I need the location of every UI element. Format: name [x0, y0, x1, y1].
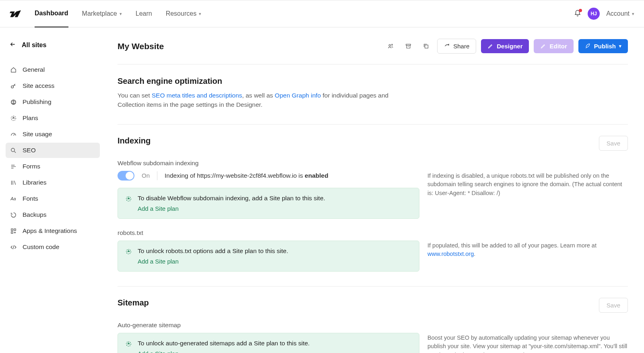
chevron-down-icon: ▾ — [632, 11, 634, 17]
robots-block: robots.txt To unlock robots.txt options … — [118, 229, 628, 272]
sidebar-item-site-access[interactable]: Site access — [6, 78, 100, 93]
arrow-left-icon — [10, 41, 16, 49]
open-graph-link[interactable]: Open Graph info — [275, 92, 321, 99]
sidebar-item-backups[interactable]: Backups — [6, 207, 100, 222]
sidebar-item-label: Custom code — [23, 243, 59, 251]
upgrade-icon — [125, 195, 132, 202]
publish-label: Publish — [594, 43, 616, 50]
sidebar-item-apps[interactable]: Apps & Integrations — [6, 223, 100, 239]
publish-button[interactable]: Publish ▾ — [578, 39, 628, 53]
chevron-down-icon: ▾ — [619, 44, 621, 49]
svg-point-3 — [11, 148, 14, 152]
svg-point-7 — [389, 44, 390, 46]
back-all-sites[interactable]: All sites — [6, 38, 100, 52]
sidebar-item-label: Site access — [23, 82, 54, 89]
upgrade-callout: To unlock auto-generated sitemaps add a … — [118, 333, 419, 353]
sidebar-item-seo[interactable]: SEO — [6, 143, 100, 158]
sidebar-item-libraries[interactable]: Libraries — [6, 175, 100, 190]
home-icon — [10, 66, 17, 73]
chevron-down-icon: ▾ — [120, 11, 122, 17]
nav-label: Learn — [136, 10, 152, 17]
sidebar-item-label: Fonts — [23, 195, 38, 202]
pen-icon — [487, 43, 493, 49]
save-button[interactable]: Save — [599, 136, 628, 151]
add-site-plan-link[interactable]: Add a Site plan — [138, 258, 179, 265]
sidebar-item-fonts[interactable]: Aa Fonts — [6, 191, 100, 206]
seo-intro: Search engine optimization You can set S… — [118, 77, 628, 110]
archive-icon[interactable] — [402, 40, 415, 53]
nav-label: Marketplace — [82, 10, 117, 17]
key-icon — [10, 83, 17, 89]
share-label: Share — [453, 43, 469, 50]
sidebar-item-label: General — [23, 66, 45, 73]
sidebar-item-label: Apps & Integrations — [23, 227, 77, 235]
callout-message: To unlock auto-generated sitemaps add a … — [138, 340, 412, 347]
page-title: My Website — [118, 42, 164, 51]
sidebar-item-label: Libraries — [23, 179, 46, 186]
page-header: My Website Share Designer Editor — [118, 27, 628, 64]
sidebar-item-site-usage[interactable]: Site usage — [6, 127, 100, 142]
svg-rect-4 — [11, 228, 12, 230]
webflow-logo[interactable] — [10, 10, 21, 17]
save-button[interactable]: Save — [599, 298, 628, 313]
sidebar-item-label: Forms — [23, 163, 40, 170]
subdomain-indexing-row: On Indexing of https://my-website-2cf8f4… — [118, 171, 628, 219]
sidebar-item-custom-code[interactable]: Custom code — [6, 239, 100, 255]
share-icon — [444, 43, 450, 49]
account-menu[interactable]: Account ▾ — [606, 0, 634, 27]
toggle-row: On Indexing of https://my-website-2cf8f4… — [118, 171, 419, 181]
text: You can set — [118, 92, 152, 99]
account-label: Account — [606, 10, 630, 17]
indexing-status: Indexing of https://my-website-2cf8f4.we… — [165, 172, 328, 179]
add-site-plan-link[interactable]: Add a Site plan — [138, 350, 179, 353]
notifications-icon[interactable] — [574, 10, 581, 18]
text: Boost your SEO by automatically updating… — [427, 334, 627, 353]
header-actions: Share Designer Editor Publish ▾ — [384, 39, 628, 54]
sidebar-item-label: Publishing — [23, 98, 52, 106]
subdomain-indexing-label: Webflow subdomain indexing — [118, 160, 628, 167]
sitemap-header: Sitemap Save — [118, 298, 628, 313]
divider — [118, 124, 628, 125]
avatar-initials: HJ — [591, 11, 597, 17]
sidebar-item-general[interactable]: General — [6, 62, 100, 77]
avatar[interactable]: HJ — [588, 8, 600, 20]
robotstxt-link[interactable]: www.robotstxt.org — [427, 251, 474, 257]
fonts-icon: Aa — [10, 196, 17, 201]
sidebar-item-publishing[interactable]: Publishing — [6, 94, 100, 110]
chevron-down-icon: ▾ — [199, 11, 201, 17]
sidebar-item-label: Plans — [23, 114, 38, 122]
editor-button[interactable]: Editor — [534, 39, 573, 53]
nav-resources[interactable]: Resources ▾ — [166, 0, 201, 27]
callout-message: To disable Webflow subdomain indexing, a… — [138, 195, 412, 202]
seo-meta-link[interactable]: SEO meta titles and descriptions — [152, 92, 242, 99]
sitemap-row: To unlock auto-generated sitemaps add a … — [118, 333, 628, 353]
library-icon — [10, 179, 17, 186]
nav-marketplace[interactable]: Marketplace ▾ — [82, 0, 122, 27]
nav-label: Dashboard — [35, 10, 68, 17]
upgrade-callout: To unlock robots.txt options add a Site … — [118, 241, 419, 272]
sidebar: All sites General Site access Publishing… — [0, 27, 105, 353]
indexing-toggle[interactable] — [118, 171, 134, 181]
nav-label: Resources — [166, 10, 196, 17]
duplicate-icon[interactable] — [419, 40, 432, 53]
svg-point-8 — [391, 44, 392, 46]
divider — [118, 286, 628, 287]
restore-icon — [10, 212, 17, 218]
add-site-plan-link[interactable]: Add a Site plan — [138, 205, 179, 212]
collaborators-icon[interactable] — [384, 40, 397, 53]
indexing-header: Indexing Save — [118, 136, 628, 151]
sidebar-item-plans[interactable]: Plans — [6, 110, 100, 126]
designer-label: Designer — [497, 43, 522, 50]
topbar-left: Dashboard Marketplace ▾ Learn Resources … — [10, 0, 201, 27]
search-icon — [10, 147, 17, 154]
designer-button[interactable]: Designer — [481, 39, 529, 53]
notification-dot — [579, 9, 582, 12]
rocket-icon — [585, 43, 591, 49]
nav-learn[interactable]: Learn — [136, 0, 152, 27]
svg-point-0 — [11, 85, 13, 88]
nav-dashboard[interactable]: Dashboard — [35, 0, 68, 27]
sidebar-item-forms[interactable]: Forms — [6, 159, 100, 174]
share-button[interactable]: Share — [437, 39, 476, 54]
text: Indexing of https://my-website-2cf8f4.we… — [165, 172, 305, 179]
sitemap-help: Boost your SEO by automatically updating… — [427, 333, 628, 353]
